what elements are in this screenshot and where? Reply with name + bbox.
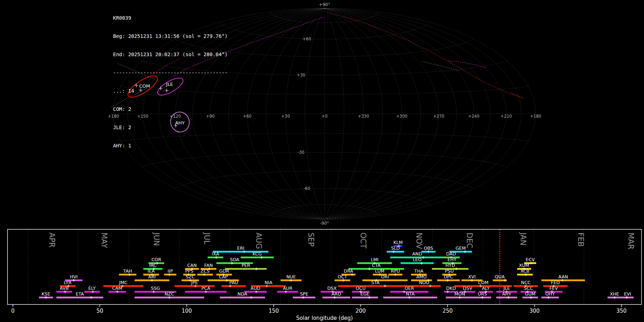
info-divider: -------------------------------------- bbox=[113, 70, 228, 76]
pole-label: -90° bbox=[320, 221, 329, 226]
shower-label-fan: FAN bbox=[204, 263, 213, 268]
end-time: End: 20251231 20:02:37 (sol = 280.04°) bbox=[113, 52, 228, 58]
shower-label-qua: QUA bbox=[495, 274, 505, 279]
shower-peak-and bbox=[422, 256, 425, 259]
shower-label-ely: ELY bbox=[88, 286, 96, 291]
month-label-jun: JUN bbox=[152, 232, 161, 246]
lon-label: +270 bbox=[433, 114, 445, 119]
shower-label-aud: AUD bbox=[250, 286, 260, 291]
x-tick-label: 250 bbox=[443, 308, 453, 314]
shower-bar-pau bbox=[221, 285, 246, 287]
shower-bar-ege bbox=[352, 297, 378, 298]
shower-label-gem: GEM bbox=[455, 245, 465, 251]
shower-bar-nda bbox=[220, 297, 265, 298]
shower-label-ohy: OHY bbox=[545, 291, 555, 297]
shower-bar-per bbox=[225, 268, 267, 270]
shower-label-cta: CTA bbox=[372, 263, 381, 268]
shower-label-aly: ALY bbox=[482, 286, 490, 291]
x-tick-label: 200 bbox=[356, 308, 366, 314]
shower-label-leo: LEO bbox=[413, 257, 422, 262]
shower-bar-tah bbox=[119, 274, 137, 275]
lon-label: +180 bbox=[530, 114, 541, 119]
shower-bar-aur bbox=[277, 291, 298, 293]
shower-label-cor: COR bbox=[151, 257, 161, 262]
x-axis-title: Solar longitude (deg) bbox=[296, 315, 353, 321]
shower-peak-sta bbox=[384, 285, 386, 288]
shower-label-ari: ARI bbox=[148, 274, 156, 279]
shower-label-klm: KLM bbox=[394, 240, 403, 245]
shower-label-ori: ORI bbox=[381, 274, 389, 279]
shower-label-ahy: AHY bbox=[502, 291, 511, 297]
count-ahy: AHY: 1 bbox=[113, 143, 228, 149]
lat-label: -30 bbox=[298, 150, 304, 155]
shower-label-sld: SLD bbox=[391, 245, 400, 251]
map-drift-track-0 bbox=[327, 13, 522, 97]
shower-label-scc: SCC bbox=[524, 286, 533, 291]
shower-label-ecv: ECV bbox=[526, 257, 535, 262]
shower-label-xum: XUM bbox=[519, 263, 530, 268]
shower-label-nda: NDA bbox=[238, 291, 248, 297]
month-label-nov: NOV bbox=[415, 233, 423, 249]
shower-label-iea: IEA bbox=[147, 268, 155, 274]
shower-label-iip: IIP bbox=[167, 268, 173, 274]
pole-label: +90° bbox=[319, 2, 330, 7]
shower-label-dra: DRA bbox=[344, 268, 353, 274]
shower-label-obs: OBS bbox=[424, 245, 433, 251]
x-tick-label: 150 bbox=[269, 308, 279, 314]
shower-bar-ahy bbox=[496, 297, 517, 298]
lon-label: +300 bbox=[396, 114, 408, 119]
shower-label-nia: NIA bbox=[265, 280, 273, 285]
shower-label-mon: MON bbox=[454, 291, 465, 297]
shower-label-ssg: SSG bbox=[151, 286, 160, 291]
shower-label-zcs: ZCS bbox=[200, 268, 209, 274]
shower-label-and: AND bbox=[412, 251, 422, 257]
shower-bar-sld bbox=[387, 251, 404, 253]
shower-bar-sta bbox=[338, 285, 413, 287]
shower-label-pau: PAU bbox=[229, 280, 238, 285]
shower-label-jmc: JMC bbox=[119, 280, 127, 285]
month-label-may: MAY bbox=[100, 233, 108, 248]
month-label-aug: AUG bbox=[254, 233, 263, 249]
shower-label-lmi: LMI bbox=[371, 257, 378, 262]
shower-label-noo: NOO bbox=[419, 280, 429, 285]
x-tick-label: 50 bbox=[96, 308, 103, 314]
shower-label-amo: AMO bbox=[416, 274, 427, 279]
lon-label: +30 bbox=[281, 114, 290, 119]
month-label-dec: DEC bbox=[465, 233, 474, 248]
shower-label-xhe: XHE bbox=[610, 291, 619, 297]
shower-peak-nda bbox=[250, 296, 253, 299]
shower-label-cam: CAM bbox=[112, 286, 122, 291]
map-drift-track-3 bbox=[511, 93, 523, 99]
shower-peak-cta bbox=[368, 268, 371, 270]
shower-label-pca: PCA bbox=[201, 286, 210, 291]
shower-label-tha: THA bbox=[414, 268, 424, 274]
month-label-jul: JUL bbox=[203, 232, 211, 245]
x-tick-label: 0 bbox=[11, 308, 15, 314]
shower-bar-ohy bbox=[541, 297, 559, 298]
shower-peak-hyd bbox=[455, 268, 458, 270]
shower-label-ehy: EHY bbox=[448, 257, 457, 262]
lon-label: +330 bbox=[358, 114, 369, 119]
month-label-jan: JAN bbox=[519, 232, 527, 245]
shower-label-fed: FED bbox=[551, 280, 560, 285]
x-tick-label: 300 bbox=[530, 308, 540, 314]
shower-label-hvi: HVI bbox=[70, 274, 78, 279]
shower-label-ixa: IXA bbox=[212, 251, 219, 257]
shower-label-dsx: DSX bbox=[327, 286, 337, 291]
session-info: KR0039 Beg: 20251231 13:31:56 (sol = 279… bbox=[113, 3, 228, 161]
shower-label-evi: EVI bbox=[624, 291, 631, 297]
shower-label-aur: AUR bbox=[283, 286, 293, 291]
shower-label-avb: AVB bbox=[60, 286, 69, 291]
shower-label-kse: KSE bbox=[42, 291, 50, 297]
shower-label-tah: TAH bbox=[123, 268, 132, 274]
shower-label-ard: ARD bbox=[332, 291, 341, 297]
x-tick-label: 100 bbox=[182, 308, 192, 314]
session-id: KR0039 bbox=[113, 15, 228, 21]
shower-label-ege: EGE bbox=[360, 291, 370, 297]
shower-label-gum: GUM bbox=[525, 291, 536, 297]
shower-label-rpu: RPU bbox=[391, 268, 400, 274]
lon-label: +60 bbox=[243, 114, 252, 119]
shower-bar-leo bbox=[401, 262, 434, 264]
shower-label-dkd: DKD bbox=[446, 286, 456, 291]
count-sporadic: ...: 14 bbox=[113, 88, 228, 94]
